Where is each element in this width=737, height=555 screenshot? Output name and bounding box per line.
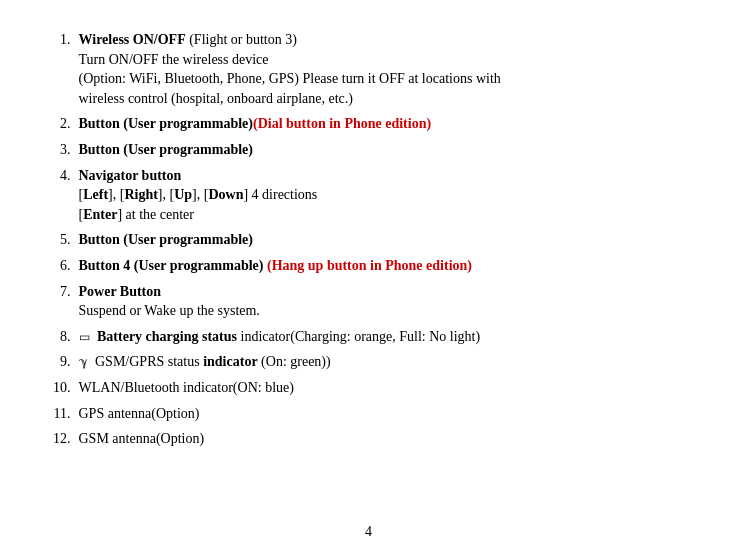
page-number: 4 (365, 524, 372, 539)
list-item: 8. ▭ Battery charging status indicator(C… (49, 327, 689, 347)
item-bold: indicator (203, 354, 257, 369)
item-content: ▭ Battery charging status indicator(Char… (79, 327, 689, 347)
item-content: WLAN/Bluetooth indicator(ON: blue) (79, 378, 689, 398)
bracket-text: Left (83, 187, 108, 202)
item-content: GPS antenna(Option) (79, 404, 689, 424)
item-text: (Option: WiFi, Bluetooth, Phone, GPS) Pl… (79, 71, 501, 86)
item-content: Button (User programmable)(Dial button i… (79, 114, 689, 134)
item-bold: Button (User programmable) (79, 142, 253, 157)
list-item: 11. GPS antenna(Option) (49, 404, 689, 424)
item-red: (Hang up button in Phone edition) (263, 258, 472, 273)
page-content: 1. Wireless ON/OFF (Flight or button 3) … (29, 0, 709, 514)
antenna-icon: ℽ (79, 354, 88, 371)
feature-list: 1. Wireless ON/OFF (Flight or button 3) … (49, 30, 689, 449)
item-bold: Button (User programmable) (79, 116, 253, 131)
item-text: GPS antenna(Option) (79, 406, 200, 421)
item-text: GSM/GPRS status (95, 354, 203, 369)
list-item: 6. Button 4 (User programmable) (Hang up… (49, 256, 689, 276)
bracket-text: Right (124, 187, 157, 202)
item-text: [Left], [Right], [Up], [Down] 4 directio… (79, 187, 318, 202)
item-bold: Button 4 (User programmable) (79, 258, 264, 273)
item-number: 4. (49, 166, 79, 186)
battery-icon: ▭ (79, 329, 90, 346)
item-content: Button 4 (User programmable) (Hang up bu… (79, 256, 689, 276)
list-item: 7. Power Button Suspend or Wake up the s… (49, 282, 689, 321)
item-text: Suspend or Wake up the system. (79, 303, 260, 318)
bracket-text: Down (208, 187, 243, 202)
list-item: 2. Button (User programmable)(Dial butto… (49, 114, 689, 134)
list-item: 3. Button (User programmable) (49, 140, 689, 160)
item-text: indicator(Charging: orange, Full: No lig… (237, 329, 480, 344)
item-content: GSM antenna(Option) (79, 429, 689, 449)
bracket-text: Up (174, 187, 192, 202)
item-bold: Button (User programmable) (79, 232, 253, 247)
item-number: 1. (49, 30, 79, 50)
list-item: 12. GSM antenna(Option) (49, 429, 689, 449)
item-bold: Navigator button (79, 168, 182, 183)
item-text: Turn ON/OFF the wireless device (79, 52, 269, 67)
item-number: 3. (49, 140, 79, 160)
item-bold: Battery charging status (97, 329, 237, 344)
item-number: 2. (49, 114, 79, 134)
item-number: 5. (49, 230, 79, 250)
item-text: (On: green)) (258, 354, 331, 369)
item-content: Button (User programmable) (79, 140, 689, 160)
item-number: 7. (49, 282, 79, 302)
item-red: (Dial button in Phone edition) (253, 116, 431, 131)
item-number: 8. (49, 327, 79, 347)
item-text: wireless control (hospital, onboard airp… (79, 91, 353, 106)
item-bold: Wireless ON/OFF (79, 32, 186, 47)
bracket-text: Enter (83, 207, 117, 222)
item-text: GSM antenna(Option) (79, 431, 205, 446)
item-content: Wireless ON/OFF (Flight or button 3) Tur… (79, 30, 689, 108)
page-footer: 4 (0, 514, 737, 555)
item-bold: Power Button (79, 284, 162, 299)
item-number: 11. (49, 404, 79, 424)
item-text: (Flight or button 3) (186, 32, 297, 47)
list-item: 1. Wireless ON/OFF (Flight or button 3) … (49, 30, 689, 108)
list-item: 10. WLAN/Bluetooth indicator(ON: blue) (49, 378, 689, 398)
item-text: WLAN/Bluetooth indicator(ON: blue) (79, 380, 294, 395)
item-number: 6. (49, 256, 79, 276)
item-content: Navigator button [Left], [Right], [Up], … (79, 166, 689, 225)
item-content: Button (User programmable) (79, 230, 689, 250)
list-item: 4. Navigator button [Left], [Right], [Up… (49, 166, 689, 225)
item-number: 9. (49, 352, 79, 372)
item-content: ℽ GSM/GPRS status indicator (On: green)) (79, 352, 689, 372)
item-content: Power Button Suspend or Wake up the syst… (79, 282, 689, 321)
item-number: 12. (49, 429, 79, 449)
item-text: [Enter] at the center (79, 207, 194, 222)
list-item: 5. Button (User programmable) (49, 230, 689, 250)
item-number: 10. (49, 378, 79, 398)
list-item: 9. ℽ GSM/GPRS status indicator (On: gree… (49, 352, 689, 372)
